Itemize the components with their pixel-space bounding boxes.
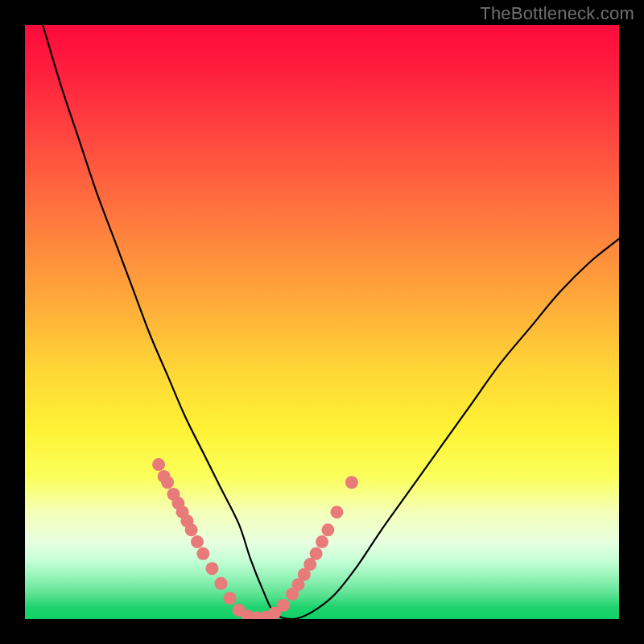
plot-area: [25, 25, 619, 619]
sample-dot: [215, 577, 228, 590]
sample-dot: [316, 535, 328, 548]
sample-dot: [161, 476, 174, 489]
watermark-text: TheBottleneck.com: [480, 3, 634, 24]
sample-dot: [205, 562, 218, 575]
sample-dot: [191, 535, 204, 548]
sample-dot: [224, 592, 237, 605]
sample-dot: [321, 523, 334, 536]
sample-dots: [152, 458, 358, 619]
sample-dot: [277, 599, 290, 612]
curve-layer: [25, 25, 619, 619]
sample-dot: [185, 523, 198, 536]
sample-dot: [330, 506, 343, 518]
sample-dot: [310, 547, 323, 560]
sample-dot: [196, 547, 209, 560]
sample-dot: [152, 458, 165, 471]
sample-dot: [345, 476, 358, 489]
chart-frame: TheBottleneck.com: [0, 0, 644, 644]
